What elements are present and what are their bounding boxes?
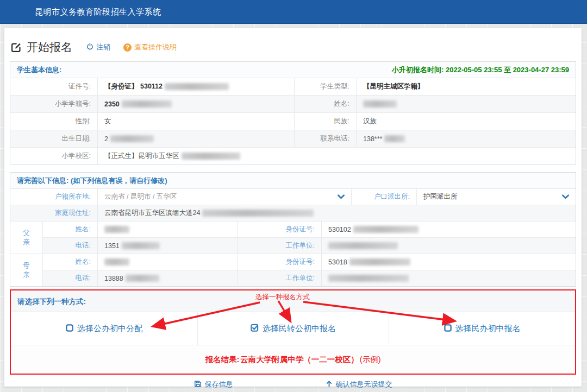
home-address-field[interactable]: 云南省昆明市五华区滇缅大道24	[97, 205, 576, 221]
option-private-to-public-junior[interactable]: 选择民转公初中报名	[251, 324, 336, 334]
id-number-value: 【身份证】 530112	[97, 78, 294, 95]
table-row: 出生日期: 2 联系电话: 138***	[10, 130, 576, 147]
table-row: 电话: 1351 工作单位:	[43, 237, 576, 254]
app-title-bar: 昆明市义务教育阶段招生入学系统	[0, 0, 587, 24]
chevron-down-icon	[562, 194, 569, 199]
table-row: 姓名: 身份证号: 53018	[43, 254, 576, 270]
redacted-value	[202, 210, 314, 217]
redacted-value	[165, 83, 229, 90]
student-section-title: 学生基本信息:	[17, 65, 61, 75]
main-card: 开始报名 注销 查看操作说明 学生基本信息: 小升初报名时间: 2022-05-…	[4, 28, 582, 387]
complete-info-header: 请完善以下信息: (如下列信息有误，请自行修改)	[10, 173, 576, 189]
redacted-value	[182, 153, 240, 160]
redacted-value	[104, 226, 129, 233]
residence-select[interactable]: 云南省 / 昆明市 / 五华区	[97, 189, 351, 205]
ethnicity-value: 汉族	[356, 113, 576, 130]
help-link[interactable]: 查看操作说明	[123, 42, 177, 52]
checkbox-unchecked-icon	[66, 324, 73, 333]
table-row: 小学学籍号: 2350 姓名:	[10, 95, 576, 112]
redacted-value	[328, 242, 398, 249]
father-phone-field[interactable]: 1351	[97, 238, 237, 254]
table-row: 姓名: 身份证号: 530102	[43, 222, 576, 237]
table-row: 证件号: 【身份证】 530112 学生类型: 【昆明主城区学籍】	[10, 78, 576, 95]
redacted-value	[122, 242, 160, 249]
result-school: 云南大学附属中学（一二一校区）	[240, 355, 359, 365]
contact-phone-value: 138***	[356, 130, 576, 147]
mother-work-field[interactable]	[321, 270, 576, 286]
option-public-junior-allocation[interactable]: 选择公办初中分配	[66, 324, 142, 334]
checkbox-unchecked-icon	[444, 324, 452, 333]
registration-deadline: 小升初报名时间: 2022-05-05 23:55 至 2023-04-27 2…	[392, 65, 569, 75]
mother-group-label: 母亲	[10, 254, 43, 286]
mother-id-field[interactable]: 53018	[321, 254, 576, 270]
father-work-field[interactable]	[321, 238, 576, 254]
student-info-table: 学生基本信息: 小升初报名时间: 2022-05-05 23:55 至 2023…	[10, 61, 576, 165]
complete-section-title: 请完善以下信息: (如下列信息有误，请自行修改)	[17, 176, 167, 186]
redacted-value	[353, 226, 419, 233]
father-name-field[interactable]	[97, 222, 237, 237]
school-id-value: 2350	[97, 96, 294, 112]
police-station-select[interactable]: 护国派出所	[416, 189, 576, 205]
table-row: 家庭现住址: 云南省昆明市五华区滇缅大道24	[10, 205, 576, 221]
edit-square-icon	[11, 42, 22, 53]
redacted-value	[328, 275, 409, 282]
father-group: 父亲 姓名: 身份证号: 530102 电话: 1351 工作单位:	[10, 221, 576, 254]
birthdate-value: 2	[97, 130, 294, 147]
gender-value: 女	[97, 113, 294, 130]
app-title: 昆明市义务教育阶段招生入学系统	[35, 7, 161, 16]
table-row: 户籍所在地: 云南省 / 昆明市 / 五华区 户口派出所: 护国派出所	[10, 189, 576, 205]
result-label: 报名结果:	[205, 355, 239, 365]
redacted-value	[363, 100, 397, 108]
registration-result-row: 报名结果: 云南大学附属中学（一二一校区） (示例)	[11, 345, 575, 374]
page-title: 开始报名	[11, 40, 72, 55]
redacted-value	[126, 275, 159, 282]
logout-button[interactable]: 注销	[86, 42, 110, 52]
heading-row: 开始报名 注销 查看操作说明	[4, 28, 582, 61]
complete-info-table: 请完善以下信息: (如下列信息有误，请自行修改) 户籍所在地: 云南省 / 昆明…	[10, 172, 576, 287]
submit-button[interactable]: 确认信息无误提交	[326, 380, 392, 389]
redacted-value	[349, 258, 410, 265]
checkbox-checked-icon	[251, 324, 259, 333]
choice-section-title: 请选择下列一种方式:	[17, 297, 86, 307]
student-type-value: 【昆明主城区学籍】	[356, 78, 576, 95]
primary-school-value: 【正式生】昆明市五华区	[97, 148, 576, 165]
table-row: 性别: 女 民族: 汉族	[10, 112, 576, 130]
redacted-value	[104, 258, 129, 265]
redacted-value	[384, 135, 405, 142]
arrow-up-icon	[326, 380, 333, 389]
table-row: 电话: 13888 工作单位:	[43, 270, 576, 286]
mother-name-field[interactable]	[97, 254, 237, 270]
save-button[interactable]: 保存信息	[194, 380, 233, 389]
result-note: (示例)	[360, 355, 381, 365]
student-name-value	[356, 96, 576, 112]
redacted-value	[122, 100, 172, 108]
father-group-label: 父亲	[10, 222, 43, 254]
choice-annotation: 选择一种报名方式	[255, 293, 310, 302]
option-private-junior[interactable]: 选择民办初中报名	[444, 324, 521, 334]
student-info-header: 学生基本信息: 小升初报名时间: 2022-05-05 23:55 至 2023…	[10, 62, 576, 78]
enrollment-page: { "theme": { "topbar": "#1e5ca6", "accen…	[0, 0, 587, 392]
redacted-value	[110, 135, 154, 142]
father-id-field[interactable]: 530102	[321, 222, 576, 237]
save-icon	[194, 380, 202, 389]
registration-choice-box: 选择一种报名方式 请选择下列一种方式: 选择公办初中分配	[10, 289, 576, 375]
table-row: 小学校区: 【正式生】昆明市五华区	[10, 147, 576, 165]
question-circle-icon	[123, 43, 132, 52]
power-icon	[86, 43, 93, 52]
mother-group: 母亲 姓名: 身份证号: 53018 电话: 13888 工作单位:	[10, 254, 576, 286]
mother-phone-field[interactable]: 13888	[97, 270, 237, 286]
chevron-down-icon	[338, 194, 345, 199]
footer-actions: 保存信息 确认信息无误提交	[4, 380, 582, 389]
choice-options-row: 选择公办初中分配 选择民转公初中报名	[11, 312, 575, 345]
